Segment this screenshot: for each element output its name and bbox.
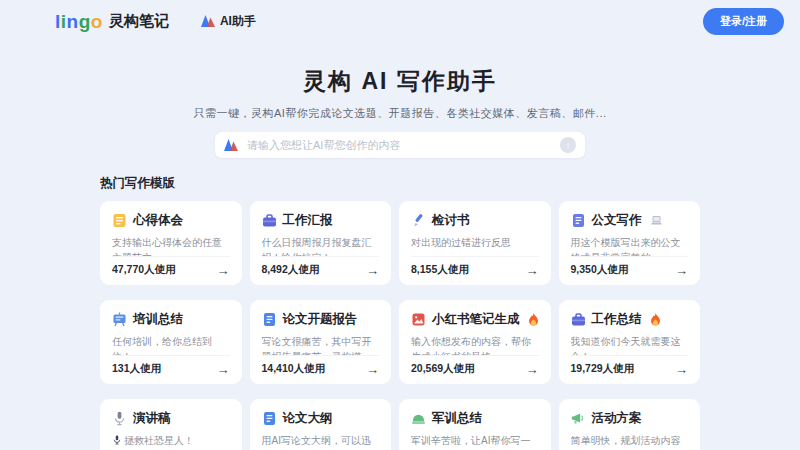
arrow-right-icon: →	[366, 264, 379, 277]
card-description: 输入你想发布的内容，帮你生成小红书的风格。	[411, 334, 539, 355]
header: lingo 灵构笔记 AI助手 登录/注册	[0, 0, 800, 42]
image-icon	[411, 312, 426, 327]
arrow-right-icon: →	[526, 264, 539, 277]
page-title: 灵构 AI 写作助手	[0, 66, 800, 97]
template-card[interactable]: 军训总结 军训辛苦啦，让AI帮你写一下军训总结吧！ 4,517人使用 →	[399, 399, 551, 450]
card-title: 活动方案	[592, 410, 642, 427]
card-title: 论文开题报告	[283, 311, 358, 328]
card-description: 用AI写论文大纲，可以迅速启发思路。	[262, 433, 380, 450]
laptop-icon	[650, 215, 663, 226]
nav-ai-assistant[interactable]: AI助手	[201, 13, 256, 30]
ai-triangle-icon	[224, 139, 238, 151]
nav-ai-assistant-label: AI助手	[220, 13, 256, 30]
helmet-icon	[411, 411, 426, 426]
card-description: 简单明快，规划活动内容	[571, 433, 689, 450]
arrow-right-icon: →	[526, 363, 539, 376]
template-card[interactable]: 小红书笔记生成 输入你想发布的内容，帮你生成小红书的风格。 20,569人使用 …	[399, 300, 551, 384]
template-card[interactable]: 培训总结 任何培训，给你总结到位！ 131人使用 →	[100, 300, 242, 384]
microphone-icon	[112, 435, 122, 445]
card-title: 工作总结	[592, 311, 642, 328]
card-description: 支持输出心得体会的任意主题范文。	[112, 235, 230, 256]
arrow-right-icon: →	[217, 363, 230, 376]
arrow-right-icon: →	[366, 363, 379, 376]
template-card[interactable]: 心得体会 支持输出心得体会的任意主题范文。 47,770人使用 →	[100, 201, 242, 285]
card-description: 对出现的过错进行反思	[411, 235, 539, 256]
ai-triangle-icon	[201, 15, 215, 27]
app-logo[interactable]: lingo 灵构笔记	[55, 12, 169, 31]
card-description: 军训辛苦啦，让AI帮你写一下军训总结吧！	[411, 433, 539, 450]
logo-wordmark: lingo	[55, 12, 103, 31]
send-button[interactable]: ↑	[560, 137, 576, 153]
search-input[interactable]	[245, 138, 553, 152]
template-card[interactable]: 检讨书 对出现的过错进行反思 8,155人使用 →	[399, 201, 551, 285]
usage-count: 19,729人使用	[571, 362, 635, 376]
arrow-right-icon: →	[217, 264, 230, 277]
card-description: 拯救社恐星人！	[112, 433, 230, 450]
card-title: 工作汇报	[283, 212, 333, 229]
megaphone-icon	[571, 411, 586, 426]
fire-icon	[528, 313, 539, 326]
briefcase-icon	[571, 312, 586, 327]
card-title: 小红书笔记生成	[432, 311, 520, 328]
pen-icon	[411, 213, 426, 228]
page-subtitle: 只需一键，灵构AI帮你完成论文选题、开题报告、各类社交媒体、发言稿、邮件...	[0, 106, 800, 121]
card-title: 培训总结	[133, 311, 183, 328]
usage-count: 8,492人使用	[262, 263, 320, 277]
arrow-right-icon: →	[675, 264, 688, 277]
document-icon	[571, 213, 586, 228]
usage-count: 14,410人使用	[262, 362, 326, 376]
microphone-icon	[112, 411, 127, 426]
template-card[interactable]: 活动方案 简单明快，规划活动内容 10,710人使用 →	[559, 399, 701, 450]
search-bar: ↑	[215, 132, 585, 158]
card-title: 演讲稿	[133, 410, 171, 427]
usage-count: 131人使用	[112, 362, 161, 376]
template-card[interactable]: 工作总结 我知道你们今天就需要这个！ 19,729人使用 →	[559, 300, 701, 384]
usage-count: 47,770人使用	[112, 263, 176, 277]
template-card[interactable]: 演讲稿 拯救社恐星人！ 11,613人使用 →	[100, 399, 242, 450]
template-card[interactable]: 公文写作 用这个模版写出来的公文格式是非常完整的~ 9,350人使用 →	[559, 201, 701, 285]
card-description: 什么日报周报月报复盘汇报！给你搞定！	[262, 235, 380, 256]
card-title: 军训总结	[432, 410, 482, 427]
memo-icon	[112, 213, 127, 228]
usage-count: 8,155人使用	[411, 263, 469, 277]
template-card[interactable]: 论文开题报告 写论文很痛苦，其中写开题报告最痛苦，灵构懂你！ 14,410人使用…	[250, 300, 392, 384]
card-description: 任何培训，给你总结到位！	[112, 334, 230, 355]
card-title: 公文写作	[592, 212, 642, 229]
card-description: 写论文很痛苦，其中写开题报告最痛苦，灵构懂你！	[262, 334, 380, 355]
arrow-right-icon: →	[675, 363, 688, 376]
template-card[interactable]: 工作汇报 什么日报周报月报复盘汇报！给你搞定！ 8,492人使用 →	[250, 201, 392, 285]
usage-count: 20,569人使用	[411, 362, 475, 376]
briefcase-icon	[262, 213, 277, 228]
card-title: 检讨书	[432, 212, 470, 229]
login-register-button[interactable]: 登录/注册	[703, 8, 784, 35]
report-document-icon	[262, 312, 277, 327]
brand-name: 灵构笔记	[109, 12, 169, 31]
card-description: 用这个模版写出来的公文格式是非常完整的~	[571, 235, 689, 256]
card-description: 我知道你们今天就需要这个！	[571, 334, 689, 355]
usage-count: 9,350人使用	[571, 263, 629, 277]
arrow-up-icon: ↑	[566, 140, 571, 151]
fire-icon	[650, 313, 661, 326]
section-title: 热门写作模版	[100, 175, 800, 192]
card-title: 论文大纲	[283, 410, 333, 427]
template-grid: 心得体会 支持输出心得体会的任意主题范文。 47,770人使用 → 工作汇报 什…	[100, 201, 700, 450]
document-icon	[262, 411, 277, 426]
card-title: 心得体会	[133, 212, 183, 229]
easel-board-icon	[112, 312, 127, 327]
template-card[interactable]: 论文大纲 用AI写论文大纲，可以迅速启发思路。 13,515人使用 →	[250, 399, 392, 450]
